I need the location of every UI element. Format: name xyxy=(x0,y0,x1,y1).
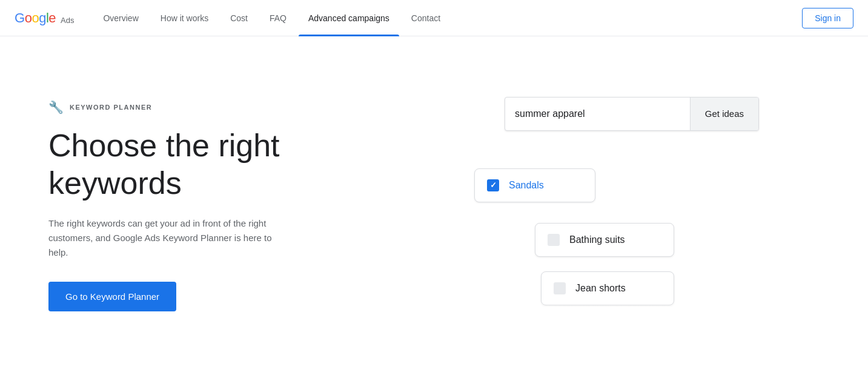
search-card: summer apparel Get ideas xyxy=(505,97,759,131)
right-illustration: summer apparel Get ideas Sandals Bathing… xyxy=(444,36,868,375)
navbar: Google Ads Overview How it works Cost FA… xyxy=(0,0,868,36)
nav-cost[interactable]: Cost xyxy=(220,0,257,36)
nav-links: Overview How it works Cost FAQ Advanced … xyxy=(93,0,802,36)
nav-overview[interactable]: Overview xyxy=(93,0,148,36)
search-input-value: summer apparel xyxy=(505,108,690,119)
right-fade-overlay xyxy=(795,55,868,357)
logo-e: e xyxy=(48,10,56,26)
get-ideas-button[interactable]: Get ideas xyxy=(690,98,758,130)
keyword-card-sandals: Sandals xyxy=(474,168,595,202)
illustration-container: summer apparel Get ideas Sandals Bathing… xyxy=(444,55,868,357)
left-content: 🔧 KEYWORD PLANNER Choose the right keywo… xyxy=(48,100,280,312)
sign-in-button[interactable]: Sign in xyxy=(802,8,853,28)
checkbox-jean-shorts xyxy=(554,282,566,294)
go-to-keyword-planner-button[interactable]: Go to Keyword Planner xyxy=(48,282,176,311)
section-label: 🔧 KEYWORD PLANNER xyxy=(48,100,280,114)
nav-contact[interactable]: Contact xyxy=(402,0,450,36)
google-ads-logo[interactable]: Google Ads xyxy=(15,10,74,26)
main-content: 🔧 KEYWORD PLANNER Choose the right keywo… xyxy=(0,36,868,375)
hero-description: The right keywords can get your ad in fr… xyxy=(48,216,279,260)
checkbox-bathing-suits xyxy=(548,234,560,246)
logo-g1: G xyxy=(15,10,25,26)
checkbox-sandals xyxy=(487,179,499,191)
keyword-card-bathing-suits: Bathing suits xyxy=(535,223,674,257)
google-logo-text: Google xyxy=(15,10,56,26)
bottom-fade-overlay xyxy=(444,297,868,357)
nav-how-it-works[interactable]: How it works xyxy=(151,0,218,36)
keyword-card-jean-shorts: Jean shorts xyxy=(541,271,674,305)
logo-o1: o xyxy=(25,10,32,26)
logo-o2: o xyxy=(31,10,39,26)
keyword-label-sandals: Sandals xyxy=(509,180,544,191)
nav-faq[interactable]: FAQ xyxy=(260,0,296,36)
keyword-label-jean-shorts: Jean shorts xyxy=(575,283,626,294)
hero-title: Choose the right keywords xyxy=(48,127,280,202)
section-label-text: KEYWORD PLANNER xyxy=(70,104,152,111)
logo-g2: g xyxy=(39,10,46,26)
keyword-label-bathing-suits: Bathing suits xyxy=(569,234,625,245)
ads-label: Ads xyxy=(61,16,74,25)
wrench-icon: 🔧 xyxy=(48,100,64,114)
nav-advanced-campaigns[interactable]: Advanced campaigns xyxy=(299,0,399,36)
